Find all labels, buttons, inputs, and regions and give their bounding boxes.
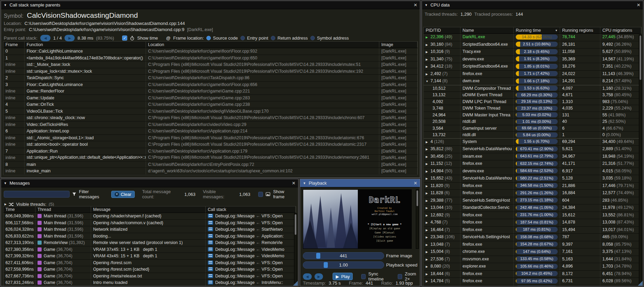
next-frame-button[interactable]: ▶ bbox=[314, 273, 323, 280]
callstack-table-row[interactable]: inlineinvoke_maind:\agent\_work\63\s\src… bbox=[3, 168, 418, 175]
message-row[interactable]: 626,024,328nsMain thread (31,596)Network… bbox=[3, 226, 296, 233]
frame-location-radio-symbol-address[interactable]: Symbol address bbox=[310, 35, 349, 41]
callstack-cell[interactable]: DebugLog::Message←VideoMemo bbox=[206, 253, 296, 259]
col-function[interactable]: Function bbox=[25, 42, 146, 48]
next-sample-button[interactable]: ▶ bbox=[64, 35, 75, 41]
expand-arrow-icon[interactable]: ▶ bbox=[426, 190, 430, 197]
scrollbar-thumb[interactable] bbox=[416, 190, 418, 206]
frame-location-radio-source-code[interactable]: Source code bbox=[206, 35, 238, 41]
col-cpu-migrations[interactable]: CPU migrations bbox=[600, 27, 641, 33]
callstack-table-row[interactable]: inlinestd::_Atomic_storage<bool,1>::load… bbox=[3, 135, 418, 142]
message-row[interactable]: 606,049,398nsMain thread (31,596)Opening… bbox=[3, 213, 296, 220]
expand-arrow-icon[interactable]: ▶ bbox=[426, 71, 430, 78]
callstack-cell[interactable]: DebugLog::Message←Application: bbox=[206, 233, 296, 240]
message-row[interactable]: 627,380,356nsGame (36,704)VRAM 37x45: 13… bbox=[3, 246, 296, 253]
expand-arrow-icon[interactable]: ▶ bbox=[426, 176, 430, 182]
callstack-table-row[interactable]: inlinestd::chrono::steady_clock::nowC:\P… bbox=[3, 115, 418, 121]
expand-arrow-icon[interactable]: ▶ bbox=[426, 234, 430, 241]
scrollbar-thumb[interactable] bbox=[640, 35, 641, 80]
collapse-icon[interactable]: ▼ bbox=[4, 182, 7, 185]
callstack-table-row[interactable]: 5VideoGLBase::TickC:\Users\wolf\Desktop\… bbox=[3, 108, 418, 115]
cpu-process-row[interactable]: ▶30,160 (84)ScriptedSandbox64.exe2.51 s … bbox=[424, 41, 641, 49]
cpu-process-row[interactable]: ▶15,652 (43)ServiceHub.DataWarehou580.22… bbox=[424, 175, 641, 183]
callstack-list-icon[interactable] bbox=[208, 240, 213, 245]
cpu-process-row[interactable]: ▶23,348 (106)ServiceHub.SettingsHost158.… bbox=[424, 234, 641, 241]
message-row[interactable]: 627,558,996nsGame (36,704)Opening /fores… bbox=[3, 266, 296, 273]
cpu-process-row[interactable]: ▶16,464 (7)firefox.exe187 ms (0.81%)15,4… bbox=[424, 227, 641, 234]
message-row[interactable]: 627,411,606nsGame (36,704)Opening /fores… bbox=[3, 260, 296, 267]
callstack-list-icon[interactable] bbox=[208, 260, 213, 265]
callstack-table-row[interactable]: inlineGame::UpdateC:\Users\wolf\Desktop\… bbox=[3, 95, 418, 102]
callstack-list-icon[interactable] bbox=[208, 254, 213, 258]
cpu-process-row[interactable]: ▶2,492 (7)firefox.exe1.71 s (7.42%)24,02… bbox=[424, 71, 641, 78]
cpu-process-row[interactable]: ▶30,456 (25)steam.exe643.61 ms (2.79%)34… bbox=[424, 153, 641, 161]
callstack-cell[interactable]: DebugLog::Message←VFS::Open bbox=[206, 220, 296, 226]
cpu-process-row[interactable]: ▶13,044 (10)StandardCollector.Servic242.… bbox=[424, 204, 641, 212]
cpu-process-row[interactable]: ▶11,828 (6)firefox.exe291.26 ms (1.26%)1… bbox=[424, 190, 641, 197]
callstack-cell[interactable]: DebugLog::Message←VideoMemo bbox=[206, 246, 296, 253]
col-location[interactable]: Location bbox=[146, 42, 379, 48]
message-row[interactable]: 627,313,190nsRemoteView (31,392)Remote v… bbox=[3, 240, 296, 246]
collapse-icon[interactable]: ▼ bbox=[425, 3, 428, 7]
expand-arrow-icon[interactable]: ▶ bbox=[426, 154, 430, 160]
callstack-table-row[interactable]: 8mainC:\Users\wolf\Desktop\darkrl\src\En… bbox=[3, 161, 418, 168]
callstack-cell[interactable]: DebugLog::Message←IntroMenu:: bbox=[206, 279, 296, 286]
message-row[interactable]: 627,831,246nsGame (36,704)Intro menu loa… bbox=[3, 279, 296, 286]
cpu-process-row[interactable]: ▶22,396 (49)DarkRL.exe14.33 s (62.06%)78… bbox=[424, 34, 641, 41]
scrollbar-thumb[interactable] bbox=[295, 214, 296, 235]
resize-grip[interactable] bbox=[293, 281, 298, 286]
callstack-list-icon[interactable] bbox=[208, 280, 213, 285]
cpu-process-row[interactable]: 4,092 DWM LPC Port Thread29.16 ms (0.13%… bbox=[424, 99, 641, 105]
cpu-process-row[interactable]: ▶18,444 (6)firefox.exe104.2 ms (0.45%)8,… bbox=[424, 271, 641, 278]
message-row[interactable]: 606,117,568nsMain thread (31,596)Opening… bbox=[3, 220, 296, 227]
callstack-table-row[interactable]: 1<lambda_84a19dc444fae966ca174e83e708bdc… bbox=[3, 55, 418, 62]
expand-arrow-icon[interactable]: ▶ bbox=[426, 198, 430, 204]
frame-location-radio-entry-point[interactable]: Entry point bbox=[240, 35, 268, 41]
expand-arrow-icon[interactable]: ▶ bbox=[426, 146, 430, 153]
cpu-process-row[interactable]: ▶10,316 (9)Tracy.exe2.18 s (9.45%)11,058… bbox=[424, 48, 641, 56]
messages-scrollbar[interactable] bbox=[294, 213, 297, 283]
expand-icon[interactable]: ▶ bbox=[4, 203, 6, 206]
cpu-process-row[interactable]: 20,508 ntdll.dll1.01 ms (0.00%)4025 (62.… bbox=[424, 118, 641, 125]
col-callstack[interactable]: Call stack bbox=[206, 206, 296, 213]
message-row[interactable]: 627,399,326nsGame (36,704)VRAM 43x45: 15… bbox=[3, 253, 296, 260]
close-icon[interactable]: × bbox=[637, 2, 640, 8]
col-thread[interactable]: Thread bbox=[35, 206, 91, 213]
callstack-cell[interactable]: DebugLog::Message←RemoteVie bbox=[206, 240, 296, 246]
callstack-table-row[interactable]: 6Application::InnerLoopC:\Users\wolf\Des… bbox=[3, 128, 418, 135]
play-button[interactable]: ▶Play bbox=[333, 273, 353, 280]
prev-frame-button[interactable]: ◀ bbox=[303, 273, 312, 280]
col-running-time[interactable]: Running time▼ bbox=[514, 27, 560, 33]
cpu-process-row[interactable]: 3,748 DWM Token Thread23.37 ms (0.10%)4,… bbox=[424, 105, 641, 112]
cpu-process-row[interactable]: ▶4,768 (7)firefox.exe187.54 ms (0.81%)14… bbox=[424, 219, 641, 227]
expand-arrow-icon[interactable]: ▶ bbox=[426, 220, 430, 226]
filter-input[interactable] bbox=[4, 191, 70, 198]
cpu-process-row[interactable]: ▶34,412 (18)ScriptedSandbox64.exe1.85 s … bbox=[424, 63, 641, 71]
expand-arrow-icon[interactable]: ▶ bbox=[426, 271, 430, 278]
cpu-process-row[interactable]: ▶14,784 (5)firefox.exe97.95 ms (0.42%)6,… bbox=[424, 278, 641, 285]
cpu-process-row[interactable]: 24,964 DWM Master Input Threa5.03 ms (0.… bbox=[424, 112, 641, 119]
zoom-2x-checkbox[interactable] bbox=[398, 274, 402, 279]
callstack-list-icon[interactable] bbox=[208, 214, 213, 218]
callstack-list-icon[interactable] bbox=[208, 227, 213, 231]
callstack-table-row[interactable]: inlinestd::unique_lock<std::mutex>::lock… bbox=[3, 68, 418, 75]
expand-arrow-icon[interactable]: ▶ bbox=[426, 286, 430, 287]
expand-arrow-icon[interactable]: ▶ bbox=[426, 169, 430, 175]
cpu-process-row[interactable]: ▶11,152 (12)firefox.exe632.15 ms (2.74%)… bbox=[424, 160, 641, 168]
expand-arrow-icon[interactable]: ▶ bbox=[426, 264, 430, 270]
frame-image-slider[interactable]: 441 bbox=[303, 252, 384, 259]
cpu-process-row[interactable]: 13,132 uDWM Event Thread68.29 ms (0.30%)… bbox=[424, 92, 641, 99]
close-icon[interactable]: × bbox=[292, 180, 295, 186]
cpu-process-row[interactable]: ▶4 (126)System1.55 s (6.70%)69,29434,400… bbox=[424, 139, 641, 146]
expand-arrow-icon[interactable]: ▶ bbox=[426, 249, 430, 256]
col-pid-tid[interactable]: PID/TID bbox=[424, 27, 460, 33]
expand-arrow-icon[interactable]: ▶ bbox=[426, 49, 430, 56]
callstack-cell[interactable]: DebugLog::Message←StartNetwo bbox=[206, 226, 296, 233]
callstack-cell[interactable]: DebugLog::Message←VFS::Open bbox=[206, 260, 296, 266]
frame-location-radio-return-address[interactable]: Return address bbox=[271, 35, 308, 41]
col-frame[interactable]: Frame bbox=[3, 42, 25, 48]
expand-arrow-icon[interactable]: ▶ bbox=[426, 64, 430, 70]
cpu-process-row[interactable]: ▶13,048 (7)firefox.exe154.28 ms (0.67%)9… bbox=[424, 241, 641, 249]
callstack-cell[interactable]: DebugLog::Message←VFS::Open bbox=[206, 213, 296, 219]
cpu-process-row[interactable]: ▶8,080 (20)explorer.exe105.66 ms (0.46%)… bbox=[424, 263, 641, 271]
